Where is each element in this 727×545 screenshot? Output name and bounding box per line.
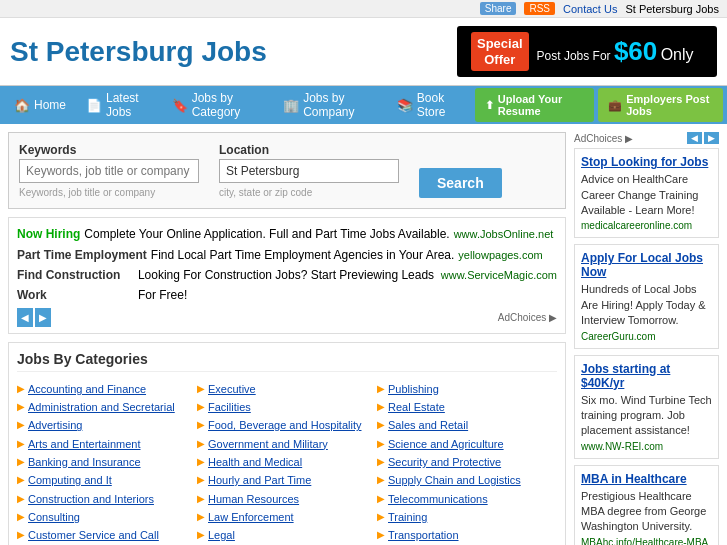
search-box: Keywords Keywords, job title or company … xyxy=(8,132,566,209)
nav: 🏠 Home 📄 Latest Jobs 🔖 Jobs by Category … xyxy=(0,86,727,124)
cat-item[interactable]: ▶Publishing xyxy=(377,380,551,398)
cat-link: Government and Military xyxy=(208,437,328,451)
cat-link: Executive xyxy=(208,382,256,396)
cat-link: Health and Medical xyxy=(208,455,302,469)
cat-link: Transportation xyxy=(388,528,459,542)
contact-link[interactable]: Contact Us xyxy=(563,3,617,15)
cat-link: Facilities xyxy=(208,400,251,414)
cat-link: Administration and Secretarial xyxy=(28,400,175,414)
sidebar-ad-body-3: Prestigious Healthcare MBA degree from G… xyxy=(581,489,712,535)
ad-prev-button[interactable]: ◀ xyxy=(17,308,33,327)
cat-item[interactable]: ▶Training xyxy=(377,508,551,526)
ad-next-button[interactable]: ▶ xyxy=(35,308,51,327)
cat-item[interactable]: ▶Health and Medical xyxy=(197,453,371,471)
cat-arrow-icon: ▶ xyxy=(377,511,385,522)
cat-item[interactable]: ▶Security and Protective xyxy=(377,453,551,471)
cat-col-1: ▶Executive▶Facilities▶Food, Beverage and… xyxy=(197,380,377,545)
nav-home[interactable]: 🏠 Home xyxy=(4,93,76,118)
cat-arrow-icon: ▶ xyxy=(197,493,205,504)
nav-jobs-by-category[interactable]: 🔖 Jobs by Category xyxy=(162,86,273,124)
nav-latest-jobs[interactable]: 📄 Latest Jobs xyxy=(76,86,162,124)
location-label: St Petersburg Jobs xyxy=(625,3,719,15)
sidebar-ad-next[interactable]: ▶ xyxy=(704,132,719,144)
ad-url-1[interactable]: www.JobsOnline.net xyxy=(454,225,554,244)
ad-choices-row: ◀ ▶ AdChoices ▶ xyxy=(17,308,557,327)
search-button[interactable]: Search xyxy=(419,168,502,198)
sidebar-ad-0: Stop Looking for Jobs Advice on HealthCa… xyxy=(574,148,719,238)
keywords-input[interactable] xyxy=(19,159,199,183)
book-icon: 📚 xyxy=(397,98,413,113)
location-input[interactable] xyxy=(219,159,399,183)
cat-col-0: ▶Accounting and Finance▶Administration a… xyxy=(17,380,197,545)
cat-arrow-icon: ▶ xyxy=(17,419,25,430)
cat-item[interactable]: ▶Facilities xyxy=(197,398,371,416)
nav-jobs-by-company[interactable]: 🏢 Jobs by Company xyxy=(273,86,387,124)
cat-item[interactable]: ▶Computing and It xyxy=(17,471,191,489)
cat-link: Computing and It xyxy=(28,473,112,487)
nav-book-store[interactable]: 📚 Book Store xyxy=(387,86,471,124)
cat-item[interactable]: ▶Banking and Insurance xyxy=(17,453,191,471)
cat-item[interactable]: ▶Administration and Secretarial xyxy=(17,398,191,416)
cat-item[interactable]: ▶Human Resources xyxy=(197,490,371,508)
cat-arrow-icon: ▶ xyxy=(17,456,25,467)
cat-item[interactable]: ▶Science and Agriculture xyxy=(377,435,551,453)
cat-item[interactable]: ▶Consulting xyxy=(17,508,191,526)
cat-item[interactable]: ▶Transportation xyxy=(377,526,551,544)
share-button[interactable]: Share xyxy=(480,2,517,15)
sidebar-ad-url-0[interactable]: medicalcareeronline.com xyxy=(581,220,712,231)
sidebar-ad-2: Jobs starting at $40K/yr Six mo. Wind Tu… xyxy=(574,355,719,459)
cat-item[interactable]: ▶Sales and Retail xyxy=(377,416,551,434)
sidebar-ad-title-0[interactable]: Stop Looking for Jobs xyxy=(581,155,712,169)
cat-item[interactable]: ▶Executive xyxy=(197,380,371,398)
ad-url-2[interactable]: yellowpages.com xyxy=(458,246,542,265)
cat-item[interactable]: ▶Telecommunications xyxy=(377,490,551,508)
company-icon: 🏢 xyxy=(283,98,299,113)
cat-item[interactable]: ▶Construction and Interiors xyxy=(17,490,191,508)
rss-button[interactable]: RSS xyxy=(524,2,555,15)
cat-link: Science and Agriculture xyxy=(388,437,504,451)
cat-item[interactable]: ▶Accounting and Finance xyxy=(17,380,191,398)
cat-item[interactable]: ▶Hourly and Part Time xyxy=(197,471,371,489)
cat-arrow-icon: ▶ xyxy=(197,511,205,522)
sidebar-ad-url-3[interactable]: MBAhc.info/Healthcare-MBA xyxy=(581,537,712,545)
employers-icon: 💼 xyxy=(608,99,622,112)
cat-arrow-icon: ▶ xyxy=(377,438,385,449)
sidebar-ad-title-2[interactable]: Jobs starting at $40K/yr xyxy=(581,362,712,390)
header: St Petersburg Jobs Special Offer Post Jo… xyxy=(0,18,727,86)
sidebar-ad-body-0: Advice on HealthCare Career Change Train… xyxy=(581,172,712,218)
cat-item[interactable]: ▶Government and Military xyxy=(197,435,371,453)
promo-banner[interactable]: Special Offer Post Jobs For $60 Only xyxy=(457,26,717,77)
post-jobs-text: Post Jobs For xyxy=(537,49,611,63)
cat-item[interactable]: ▶Supply Chain and Logistics xyxy=(377,471,551,489)
ad-url-3[interactable]: www.ServiceMagic.com xyxy=(441,266,557,285)
cat-item[interactable]: ▶Customer Service and Call Centre xyxy=(17,526,191,545)
sidebar-ad-title-3[interactable]: MBA in Healthcare xyxy=(581,472,712,486)
cat-link: Publishing xyxy=(388,382,439,396)
sidebar-ad-prev[interactable]: ◀ xyxy=(687,132,702,144)
nav-book-store-label: Book Store xyxy=(417,91,461,119)
cat-arrow-icon: ▶ xyxy=(197,456,205,467)
cat-item[interactable]: ▶Law Enforcement xyxy=(197,508,371,526)
site-title: St Petersburg Jobs xyxy=(10,36,267,68)
cat-arrow-icon: ▶ xyxy=(377,529,385,540)
cat-arrow-icon: ▶ xyxy=(17,438,25,449)
sidebar-ads: Stop Looking for Jobs Advice on HealthCa… xyxy=(574,148,719,545)
location-field-group: Location city, state or zip code xyxy=(219,143,399,198)
cat-item[interactable]: ▶Advertising xyxy=(17,416,191,434)
promo-text: Post Jobs For $60 Only xyxy=(537,36,694,67)
cat-item[interactable]: ▶Food, Beverage and Hospitality xyxy=(197,416,371,434)
sidebar-ad-title-1[interactable]: Apply For Local Jobs Now xyxy=(581,251,712,279)
cat-item[interactable]: ▶Legal xyxy=(197,526,371,544)
sidebar-ad-body-2: Six mo. Wind Turbine Tech training progr… xyxy=(581,393,712,439)
cat-item[interactable]: ▶Real Estate xyxy=(377,398,551,416)
sidebar-ad-url-1[interactable]: CareerGuru.com xyxy=(581,331,712,342)
cat-item[interactable]: ▶Arts and Entertainment xyxy=(17,435,191,453)
employers-post-button[interactable]: 💼 Employers Post Jobs xyxy=(598,88,723,122)
cat-link: Customer Service and Call Centre xyxy=(28,528,191,545)
cat-link: Hourly and Part Time xyxy=(208,473,311,487)
cat-arrow-icon: ▶ xyxy=(377,493,385,504)
top-bar: Share RSS Contact Us St Petersburg Jobs xyxy=(0,0,727,18)
cat-link: Law Enforcement xyxy=(208,510,294,524)
upload-resume-button[interactable]: ⬆ Upload Your Resume xyxy=(475,88,594,122)
sidebar-ad-url-2[interactable]: www.NW-REI.com xyxy=(581,441,712,452)
